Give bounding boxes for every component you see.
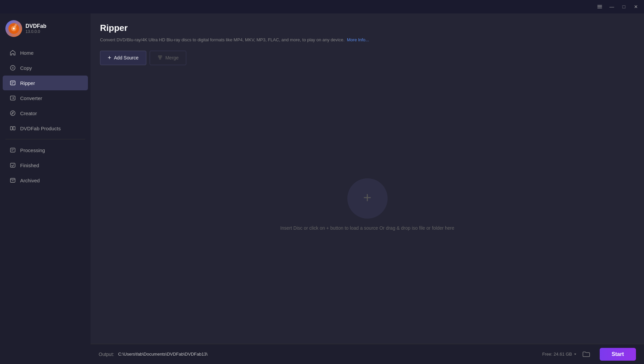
sidebar-item-copy[interactable]: Copy xyxy=(3,60,88,75)
app-body: DVDFab 13.0.0.0 Home xyxy=(0,13,644,364)
svg-rect-2 xyxy=(597,8,602,8)
drop-hint: Insert Disc or click on + button to load… xyxy=(280,225,454,231)
close-button[interactable]: ✕ xyxy=(631,2,641,11)
free-space-label: Free: 24.61 GB xyxy=(542,352,572,357)
maximize-button[interactable]: □ xyxy=(618,2,629,11)
copy-icon xyxy=(9,64,16,71)
toolbar: + Add Source Merge xyxy=(100,51,635,65)
sidebar-item-dvdfab-products[interactable]: DVDFab Products xyxy=(3,121,88,136)
svg-rect-16 xyxy=(10,148,15,152)
output-bar: Output: C:\Users\fab\Documents\DVDFab\DV… xyxy=(91,344,644,364)
creator-icon xyxy=(9,110,16,117)
nav-divider xyxy=(5,139,85,139)
sidebar-item-finished[interactable]: Finished xyxy=(3,158,88,173)
sidebar: DVDFab 13.0.0.0 Home xyxy=(0,13,91,364)
menu-button[interactable] xyxy=(594,2,605,11)
output-path: C:\Users\fab\Documents\DVDFab\DVDFab13\ xyxy=(118,352,538,357)
creator-label: Creator xyxy=(20,110,37,116)
page-description: Convert DVD/Blu-ray/4K Ultra HD Blu-ray … xyxy=(100,37,635,43)
sidebar-item-ripper[interactable]: Ripper xyxy=(3,76,88,90)
finished-label: Finished xyxy=(20,163,39,168)
sidebar-item-converter[interactable]: Converter xyxy=(3,91,88,105)
merge-button[interactable]: Merge xyxy=(150,51,187,65)
primary-nav: Home Copy xyxy=(0,45,91,359)
svg-rect-10 xyxy=(11,82,14,83)
browse-folder-button[interactable] xyxy=(581,349,592,360)
copy-label: Copy xyxy=(20,65,32,71)
svg-rect-18 xyxy=(10,178,15,182)
processing-icon xyxy=(9,147,16,153)
sidebar-item-archived[interactable]: Archived xyxy=(3,173,88,188)
window-controls: — □ ✕ xyxy=(594,2,641,11)
app-logo: DVDFab 13.0.0.0 xyxy=(0,13,91,45)
add-source-plus-icon: + xyxy=(108,54,111,61)
converter-icon xyxy=(9,95,16,101)
svg-rect-14 xyxy=(10,127,12,130)
ripper-icon xyxy=(9,80,16,86)
processing-label: Processing xyxy=(20,147,45,153)
title-bar: — □ ✕ xyxy=(0,0,644,13)
svg-rect-9 xyxy=(10,81,15,85)
logo-text: DVDFab 13.0.0.0 xyxy=(26,23,46,34)
secondary-nav: Processing Finished xyxy=(0,143,91,188)
svg-rect-17 xyxy=(10,163,15,167)
svg-rect-11 xyxy=(11,83,13,84)
minimize-button[interactable]: — xyxy=(606,2,617,11)
add-source-button[interactable]: + Add Source xyxy=(100,51,146,65)
converter-label: Converter xyxy=(20,95,42,101)
add-source-label: Add Source xyxy=(114,55,139,60)
app-version: 13.0.0.0 xyxy=(26,29,46,34)
logo-icon xyxy=(5,20,22,37)
drop-zone[interactable]: + Insert Disc or click on + button to lo… xyxy=(100,72,635,337)
svg-point-13 xyxy=(10,111,15,116)
home-label: Home xyxy=(20,50,34,56)
sidebar-item-creator[interactable]: Creator xyxy=(3,106,88,121)
main-content: Ripper Convert DVD/Blu-ray/4K Ultra HD B… xyxy=(91,13,644,364)
output-label: Output: xyxy=(99,352,114,357)
archived-icon xyxy=(9,177,16,184)
products-icon xyxy=(9,125,16,132)
sidebar-item-home[interactable]: Home xyxy=(3,45,88,60)
app-name: DVDFab xyxy=(26,23,46,29)
svg-marker-19 xyxy=(574,354,576,355)
svg-rect-1 xyxy=(597,6,602,7)
content-area: Ripper Convert DVD/Blu-ray/4K Ultra HD B… xyxy=(91,13,644,344)
add-source-circle[interactable]: + xyxy=(347,178,388,219)
svg-rect-15 xyxy=(13,127,15,130)
start-button[interactable]: Start xyxy=(600,348,636,361)
merge-icon xyxy=(157,55,163,61)
svg-point-5 xyxy=(13,28,15,30)
dvdfab-products-label: DVDFab Products xyxy=(20,126,61,131)
svg-point-8 xyxy=(12,67,14,69)
finished-icon xyxy=(9,162,16,169)
archived-label: Archived xyxy=(20,178,40,183)
drop-plus-icon: + xyxy=(363,191,371,205)
svg-rect-0 xyxy=(597,5,602,6)
page-title: Ripper xyxy=(100,23,635,33)
home-icon xyxy=(9,49,16,56)
sidebar-item-processing[interactable]: Processing xyxy=(3,143,88,157)
free-space: Free: 24.61 GB xyxy=(542,352,577,357)
merge-label: Merge xyxy=(165,55,179,60)
more-info-link[interactable]: More Info... xyxy=(347,37,369,42)
ripper-label: Ripper xyxy=(20,80,35,86)
